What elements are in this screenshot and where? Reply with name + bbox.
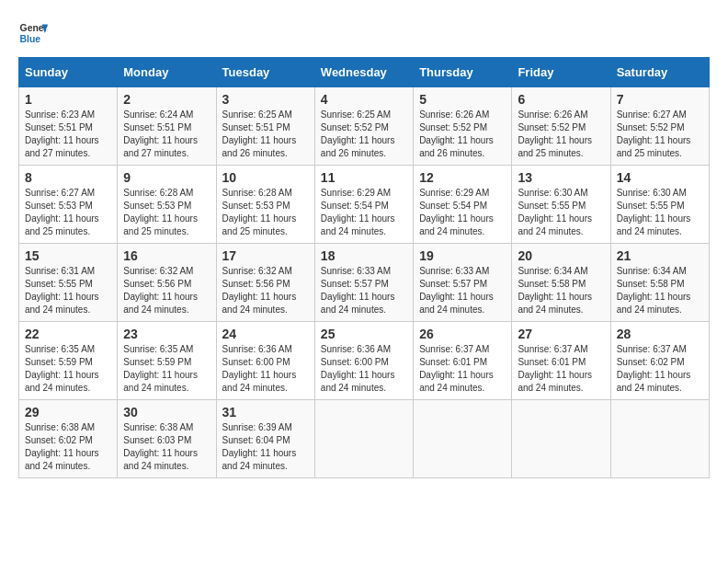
day-cell: 5Sunrise: 6:26 AM Sunset: 5:52 PM Daylig…: [414, 87, 512, 166]
day-cell: 11Sunrise: 6:29 AM Sunset: 5:54 PM Dayli…: [314, 166, 413, 244]
day-cell: 31Sunrise: 6:39 AM Sunset: 6:04 PM Dayli…: [216, 400, 314, 478]
day-number: 11: [321, 170, 407, 185]
day-cell: 9Sunrise: 6:28 AM Sunset: 5:53 PM Daylig…: [118, 166, 216, 244]
day-cell: 17Sunrise: 6:32 AM Sunset: 5:56 PM Dayli…: [216, 244, 314, 322]
day-number: 10: [222, 170, 309, 185]
day-info: Sunrise: 6:34 AM Sunset: 5:58 PM Dayligh…: [617, 265, 703, 316]
day-number: 5: [419, 92, 506, 107]
day-cell: 16Sunrise: 6:32 AM Sunset: 5:56 PM Dayli…: [118, 244, 216, 322]
day-info: Sunrise: 6:23 AM Sunset: 5:51 PM Dayligh…: [25, 109, 111, 160]
day-cell: 12Sunrise: 6:29 AM Sunset: 5:54 PM Dayli…: [414, 166, 512, 244]
day-cell: 6Sunrise: 6:26 AM Sunset: 5:52 PM Daylig…: [512, 87, 610, 166]
day-number: 25: [321, 327, 407, 341]
day-cell: 15Sunrise: 6:31 AM Sunset: 5:55 PM Dayli…: [19, 244, 118, 322]
day-info: Sunrise: 6:37 AM Sunset: 6:01 PM Dayligh…: [419, 343, 506, 395]
day-number: 31: [222, 405, 309, 419]
week-row-5: 29Sunrise: 6:38 AM Sunset: 6:02 PM Dayli…: [19, 400, 710, 478]
col-header-wednesday: Wednesday: [314, 58, 413, 87]
day-number: 16: [123, 248, 210, 263]
day-cell: 24Sunrise: 6:36 AM Sunset: 6:00 PM Dayli…: [216, 322, 314, 400]
week-row-4: 22Sunrise: 6:35 AM Sunset: 5:59 PM Dayli…: [19, 322, 710, 400]
page-header: General Blue: [18, 18, 710, 48]
day-cell: 26Sunrise: 6:37 AM Sunset: 6:01 PM Dayli…: [414, 322, 512, 400]
day-cell: 10Sunrise: 6:28 AM Sunset: 5:53 PM Dayli…: [216, 166, 314, 244]
day-cell: 19Sunrise: 6:33 AM Sunset: 5:57 PM Dayli…: [414, 244, 512, 322]
day-number: 6: [518, 92, 604, 107]
day-info: Sunrise: 6:32 AM Sunset: 5:56 PM Dayligh…: [222, 265, 309, 316]
day-number: 22: [25, 327, 111, 341]
day-number: 13: [518, 170, 604, 185]
col-header-thursday: Thursday: [414, 58, 512, 87]
day-info: Sunrise: 6:32 AM Sunset: 5:56 PM Dayligh…: [123, 265, 210, 316]
day-number: 30: [123, 405, 210, 419]
day-cell: 1Sunrise: 6:23 AM Sunset: 5:51 PM Daylig…: [19, 87, 118, 166]
day-info: Sunrise: 6:27 AM Sunset: 5:53 PM Dayligh…: [25, 187, 111, 238]
logo-icon: General Blue: [18, 18, 48, 48]
col-header-tuesday: Tuesday: [216, 58, 314, 87]
day-info: Sunrise: 6:30 AM Sunset: 5:55 PM Dayligh…: [617, 187, 703, 238]
day-info: Sunrise: 6:30 AM Sunset: 5:55 PM Dayligh…: [518, 187, 604, 238]
day-cell: 14Sunrise: 6:30 AM Sunset: 5:55 PM Dayli…: [610, 166, 709, 244]
day-info: Sunrise: 6:29 AM Sunset: 5:54 PM Dayligh…: [321, 187, 407, 238]
day-cell: 21Sunrise: 6:34 AM Sunset: 5:58 PM Dayli…: [610, 244, 709, 322]
week-row-1: 1Sunrise: 6:23 AM Sunset: 5:51 PM Daylig…: [19, 87, 710, 166]
day-cell: 7Sunrise: 6:27 AM Sunset: 5:52 PM Daylig…: [610, 87, 709, 166]
day-info: Sunrise: 6:28 AM Sunset: 5:53 PM Dayligh…: [222, 187, 309, 238]
day-cell: 30Sunrise: 6:38 AM Sunset: 6:03 PM Dayli…: [118, 400, 216, 478]
day-info: Sunrise: 6:33 AM Sunset: 5:57 PM Dayligh…: [419, 265, 506, 316]
day-number: 8: [25, 170, 111, 185]
day-info: Sunrise: 6:35 AM Sunset: 5:59 PM Dayligh…: [123, 343, 210, 395]
day-number: 24: [222, 327, 309, 341]
day-cell: 13Sunrise: 6:30 AM Sunset: 5:55 PM Dayli…: [512, 166, 610, 244]
day-number: 3: [222, 92, 309, 107]
day-number: 2: [123, 92, 210, 107]
day-number: 4: [321, 92, 407, 107]
day-number: 29: [25, 405, 111, 419]
day-cell: 29Sunrise: 6:38 AM Sunset: 6:02 PM Dayli…: [19, 400, 118, 478]
day-number: 17: [222, 248, 309, 263]
day-cell: [512, 400, 610, 478]
day-info: Sunrise: 6:34 AM Sunset: 5:58 PM Dayligh…: [518, 265, 604, 316]
col-header-friday: Friday: [512, 58, 610, 87]
day-info: Sunrise: 6:27 AM Sunset: 5:52 PM Dayligh…: [617, 109, 703, 160]
day-cell: [314, 400, 413, 478]
day-number: 1: [25, 92, 111, 107]
day-info: Sunrise: 6:38 AM Sunset: 6:03 PM Dayligh…: [123, 421, 210, 473]
svg-text:Blue: Blue: [20, 34, 41, 44]
day-cell: 8Sunrise: 6:27 AM Sunset: 5:53 PM Daylig…: [19, 166, 118, 244]
col-header-sunday: Sunday: [19, 58, 118, 87]
day-cell: 27Sunrise: 6:37 AM Sunset: 6:01 PM Dayli…: [512, 322, 610, 400]
day-cell: [610, 400, 709, 478]
day-info: Sunrise: 6:26 AM Sunset: 5:52 PM Dayligh…: [419, 109, 506, 160]
day-number: 15: [25, 248, 111, 263]
day-info: Sunrise: 6:25 AM Sunset: 5:51 PM Dayligh…: [222, 109, 309, 160]
week-row-2: 8Sunrise: 6:27 AM Sunset: 5:53 PM Daylig…: [19, 166, 710, 244]
logo: General Blue: [18, 18, 51, 48]
header-row: SundayMondayTuesdayWednesdayThursdayFrid…: [19, 58, 710, 87]
day-cell: [414, 400, 512, 478]
day-info: Sunrise: 6:31 AM Sunset: 5:55 PM Dayligh…: [25, 265, 111, 316]
calendar-table: SundayMondayTuesdayWednesdayThursdayFrid…: [18, 57, 710, 478]
day-number: 21: [617, 248, 703, 263]
day-cell: 2Sunrise: 6:24 AM Sunset: 5:51 PM Daylig…: [118, 87, 216, 166]
day-number: 18: [321, 248, 407, 263]
day-info: Sunrise: 6:29 AM Sunset: 5:54 PM Dayligh…: [419, 187, 506, 238]
day-number: 12: [419, 170, 506, 185]
day-number: 7: [617, 92, 703, 107]
day-info: Sunrise: 6:38 AM Sunset: 6:02 PM Dayligh…: [25, 421, 111, 473]
day-cell: 3Sunrise: 6:25 AM Sunset: 5:51 PM Daylig…: [216, 87, 314, 166]
day-cell: 25Sunrise: 6:36 AM Sunset: 6:00 PM Dayli…: [314, 322, 413, 400]
day-number: 26: [419, 327, 506, 341]
day-info: Sunrise: 6:36 AM Sunset: 6:00 PM Dayligh…: [222, 343, 309, 395]
day-info: Sunrise: 6:26 AM Sunset: 5:52 PM Dayligh…: [518, 109, 604, 160]
day-info: Sunrise: 6:28 AM Sunset: 5:53 PM Dayligh…: [123, 187, 210, 238]
week-row-3: 15Sunrise: 6:31 AM Sunset: 5:55 PM Dayli…: [19, 244, 710, 322]
day-info: Sunrise: 6:37 AM Sunset: 6:01 PM Dayligh…: [518, 343, 604, 395]
day-cell: 18Sunrise: 6:33 AM Sunset: 5:57 PM Dayli…: [314, 244, 413, 322]
day-cell: 20Sunrise: 6:34 AM Sunset: 5:58 PM Dayli…: [512, 244, 610, 322]
day-number: 28: [617, 327, 703, 341]
day-info: Sunrise: 6:39 AM Sunset: 6:04 PM Dayligh…: [222, 421, 309, 473]
day-info: Sunrise: 6:24 AM Sunset: 5:51 PM Dayligh…: [123, 109, 210, 160]
day-info: Sunrise: 6:35 AM Sunset: 5:59 PM Dayligh…: [25, 343, 111, 395]
day-info: Sunrise: 6:25 AM Sunset: 5:52 PM Dayligh…: [321, 109, 407, 160]
